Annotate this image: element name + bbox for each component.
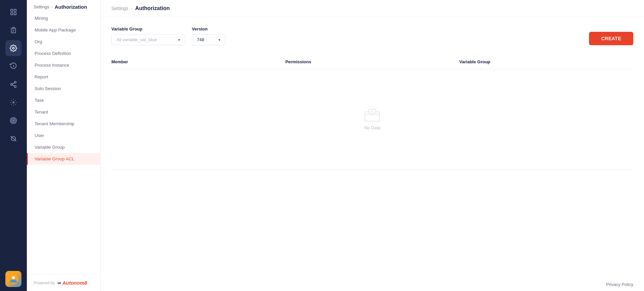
nav-footer: Powered by ∞ Autonom8: [27, 274, 100, 291]
svg-point-22: [372, 111, 373, 112]
planet-nav-icon[interactable]: [5, 131, 21, 147]
breadcrumb-separator: ›: [51, 5, 53, 9]
powered-by-text: Powered by: [34, 281, 55, 285]
history-nav-icon[interactable]: [5, 58, 21, 74]
breadcrumb-current: Authorization: [55, 4, 87, 10]
nav-item-report[interactable]: Report: [27, 71, 100, 83]
variable-group-filter: Variable Group All variable_var_blue ▾: [111, 26, 185, 45]
svg-rect-1: [14, 9, 16, 11]
content-area: Variable Group All variable_var_blue ▾ V…: [101, 17, 644, 291]
col-permissions: Permissions: [285, 58, 460, 66]
svg-point-16: [13, 120, 14, 121]
version-value: 748: [197, 37, 215, 42]
nav-item-variable-group-acl[interactable]: Variable Group ACL: [27, 153, 100, 165]
variable-group-select[interactable]: All variable_var_blue ▾: [111, 34, 185, 45]
no-data-icon: [364, 108, 381, 122]
nav-item-tenant[interactable]: Tenant: [27, 106, 100, 118]
nav-items-list: MiningMobile App PackageOrgProcess Defin…: [27, 10, 100, 274]
create-button[interactable]: CREATE: [589, 32, 633, 45]
svg-point-7: [12, 47, 14, 49]
svg-line-11: [12, 85, 14, 86]
nav-item-user[interactable]: User: [27, 130, 100, 141]
svg-point-13: [13, 102, 14, 103]
variable-group-label: Variable Group: [111, 26, 185, 31]
svg-line-12: [12, 83, 14, 84]
nav-item-process-instance[interactable]: Process Instance: [27, 59, 100, 71]
nav-item-task[interactable]: Task: [27, 94, 100, 106]
no-data-text: No Data: [364, 125, 380, 130]
filters-row: Variable Group All variable_var_blue ▾ V…: [111, 26, 633, 45]
col-member: Member: [111, 58, 285, 66]
nav-item-variable-group[interactable]: Variable Group: [27, 141, 100, 153]
svg-rect-0: [11, 9, 13, 11]
nav-item-process-definition[interactable]: Process Definition: [27, 48, 100, 59]
svg-point-8: [14, 81, 16, 83]
table-body: No Data: [111, 69, 633, 170]
header-title: Authorization: [135, 5, 170, 11]
privacy-policy-link[interactable]: Privacy Policy: [606, 282, 633, 287]
nav-item-mining[interactable]: Mining: [27, 12, 100, 24]
version-select[interactable]: 748 ▾: [192, 34, 225, 45]
svg-point-10: [14, 86, 16, 87]
nav-item-mobile-app-package[interactable]: Mobile App Package: [27, 24, 100, 36]
variable-group-chevron-icon: ▾: [178, 38, 180, 42]
gear2-nav-icon[interactable]: [5, 94, 21, 111]
page-footer: Privacy Policy: [595, 278, 644, 291]
icon-sidebar: [0, 0, 27, 291]
version-label: Version: [192, 26, 225, 31]
svg-point-19: [12, 276, 15, 279]
list-nav-icon[interactable]: [5, 22, 21, 38]
version-chevron-icon: ▾: [218, 38, 220, 42]
nav-item-org[interactable]: Org: [27, 36, 100, 48]
variable-group-value: All variable_var_blue: [116, 37, 175, 42]
nav-sidebar: Settings › Authorization MiningMobile Ap…: [27, 0, 101, 291]
table-header: Member Permissions Variable Group: [111, 55, 633, 69]
user-avatar[interactable]: [5, 271, 21, 287]
autonom8-logo: ∞ Autonom8: [57, 280, 87, 286]
main-content: Settings › Authorization Variable Group …: [101, 0, 644, 291]
table-container: Member Permissions Variable Group No Dat…: [111, 55, 633, 170]
main-header: Settings › Authorization: [101, 0, 644, 17]
breadcrumb-parent: Settings: [34, 4, 49, 9]
header-separator: ›: [131, 6, 132, 11]
version-filter: Version 748 ▾: [192, 26, 225, 45]
nav-item-tenant-membership[interactable]: Tenant Membership: [27, 118, 100, 130]
header-settings-label: Settings: [111, 6, 128, 11]
svg-point-9: [11, 83, 13, 85]
col-variable-group: Variable Group: [459, 58, 633, 66]
svg-rect-4: [12, 27, 14, 29]
settings-nav-icon[interactable]: [5, 40, 21, 56]
target-nav-icon[interactable]: [5, 113, 21, 129]
svg-point-15: [12, 119, 15, 123]
breadcrumb: Settings › Authorization: [27, 0, 100, 10]
svg-rect-2: [11, 13, 13, 15]
dashboard-nav-icon[interactable]: [5, 4, 21, 20]
nav-item-solo-session[interactable]: Solo Session: [27, 83, 100, 94]
svg-rect-3: [14, 13, 16, 15]
flow-nav-icon[interactable]: [5, 76, 21, 92]
